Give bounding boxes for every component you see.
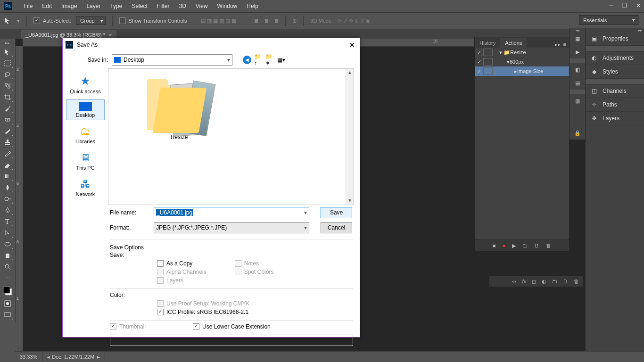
lasso-tool[interactable] [1, 69, 14, 80]
new-action-icon[interactable]: 🗋 [534, 243, 539, 248]
save-button[interactable]: Save [321, 207, 352, 218]
hand-tool[interactable] [1, 250, 14, 261]
record-icon[interactable]: ● [503, 243, 506, 248]
folder-resize[interactable]: Resize [132, 77, 226, 140]
type-tool[interactable]: T [1, 216, 14, 227]
nav-back-icon[interactable]: ◄ [243, 56, 251, 64]
filename-input[interactable]: _U6A0001.jpg▾ [154, 207, 309, 218]
dialog-close-icon[interactable]: ✕ [344, 39, 360, 51]
actions-play-icon[interactable]: ▶ [570, 45, 586, 58]
align-icons[interactable]: ▤ ▥ ▦ ▧ ▨ ▩ [201, 18, 236, 24]
history-brush-tool[interactable] [1, 148, 14, 159]
as-copy-checkbox[interactable]: As a Copy [157, 260, 206, 267]
auto-select-target-dropdown[interactable]: Group ▾ [76, 16, 106, 25]
gradient-tool[interactable] [1, 171, 14, 181]
fx-icon[interactable]: fx [522, 279, 526, 284]
screenmode-icon[interactable] [1, 310, 14, 320]
window-close-icon[interactable]: ✕ [636, 2, 641, 9]
place-quick-access[interactable]: ★Quick access [66, 72, 105, 97]
panel-collapse-icon[interactable]: ▸▸ [555, 41, 561, 48]
stamp-tool[interactable] [1, 137, 14, 148]
mask-icon[interactable]: ◻ [532, 279, 536, 285]
action-step-row[interactable]: ✓▸ Image Size [475, 66, 569, 76]
swatches-panel-icon[interactable]: ▤ [570, 76, 586, 90]
shape-tool[interactable] [1, 239, 14, 249]
tab-close-icon[interactable]: × [109, 32, 112, 38]
menu-select[interactable]: Select [127, 3, 152, 9]
dialog-titlebar[interactable]: Ps Save As ✕ [63, 38, 360, 51]
nav-views-icon[interactable]: ▦▾ [277, 56, 285, 64]
layers-panel[interactable]: ❖Layers [586, 112, 644, 125]
menu-window[interactable]: Window [213, 3, 242, 9]
healing-tool[interactable] [1, 115, 14, 125]
quick-select-tool[interactable] [1, 81, 14, 91]
crop-tool[interactable] [1, 92, 14, 102]
cancel-button[interactable]: Cancel [321, 222, 352, 233]
auto-select-checkbox[interactable]: ✓Auto-Select: [33, 17, 71, 24]
styles-panel[interactable]: ◆Styles [586, 65, 644, 79]
file-scrollbar[interactable]: ▴▾ [346, 69, 354, 205]
zoom-readout[interactable]: 33.33% [15, 352, 42, 362]
tab-actions[interactable]: Actions [500, 38, 527, 48]
adjustments-panel[interactable]: ◐Adjustments [586, 51, 644, 65]
3d-mode-icons[interactable]: ⟳ ⤢ ✥ ⊕ ⚲ ▣ [338, 18, 370, 24]
adjustment-icon[interactable]: ◐ [542, 279, 546, 285]
eraser-tool[interactable] [1, 160, 14, 170]
toolbox-collapse-icon[interactable]: ▸▸ [5, 41, 10, 45]
properties-panel[interactable]: ▣Properties [586, 32, 644, 46]
workspace-dropdown[interactable]: Essentials▾ [579, 15, 639, 25]
lowercase-checkbox[interactable]: ✓Use Lower Case Extension [193, 323, 271, 330]
group-icon[interactable]: 🗀 [552, 279, 557, 284]
show-transform-checkbox[interactable]: Show Transform Controls [119, 17, 187, 24]
action-row[interactable]: ✓▾ 800px [475, 57, 569, 66]
layer-lock-icon[interactable]: 🔒 [570, 126, 586, 140]
link-icon[interactable]: ⇔ [512, 279, 516, 285]
libraries-panel-icon[interactable]: ▥ [570, 94, 586, 107]
action-set-row[interactable]: ✓▾ 📁 Resize [475, 48, 569, 57]
place-libraries[interactable]: 🗂Libraries [66, 123, 105, 147]
color-swatches[interactable] [1, 284, 14, 297]
paths-panel[interactable]: ✧Paths [586, 98, 644, 112]
menu-view[interactable]: View [191, 3, 213, 9]
nav-up-icon[interactable]: 📁↑ [254, 56, 263, 64]
menu-filter[interactable]: Filter [152, 3, 174, 9]
tab-history[interactable]: History [475, 38, 500, 48]
file-browser[interactable]: Resize ▴▾ [108, 68, 354, 205]
move-tool[interactable] [1, 47, 14, 57]
zoom-tool[interactable] [1, 262, 14, 272]
menu-file[interactable]: File [19, 3, 37, 9]
channels-panel[interactable]: ◫Channels [586, 84, 644, 98]
actions-list[interactable]: ✓▾ 📁 Resize ✓▾ 800px ✓▸ Image Size [475, 48, 569, 239]
auto-align-icon[interactable]: ⊞ [292, 18, 297, 24]
place-network[interactable]: 🖧Network [66, 176, 105, 199]
edit-toolbar-icon[interactable]: ⋯ [1, 273, 14, 283]
savein-dropdown[interactable]: Desktop▾ [112, 54, 232, 66]
delete-icon[interactable]: 🗑 [546, 243, 551, 248]
play-icon[interactable]: ▶ [512, 243, 516, 249]
nav-newfolder-icon[interactable]: 📁✶ [265, 56, 274, 64]
window-minimize-icon[interactable]: ─ [609, 2, 613, 9]
panel-menu-icon[interactable]: ≡ [563, 41, 566, 48]
place-this-pc[interactable]: 🖥This PC [66, 149, 105, 173]
dodge-tool[interactable] [1, 194, 14, 204]
quickmask-icon[interactable] [1, 298, 14, 309]
menu-edit[interactable]: Edit [37, 3, 57, 9]
doc-size-readout[interactable]: ◂Doc: 1.22M/1.22M▸ [42, 352, 105, 362]
stop-icon[interactable]: ■ [493, 243, 496, 248]
new-layer-icon[interactable]: 🗋 [563, 279, 568, 284]
marquee-tool[interactable] [1, 58, 14, 68]
menu-3d[interactable]: 3D [174, 3, 190, 9]
new-set-icon[interactable]: 🗀 [522, 243, 528, 248]
menu-image[interactable]: Image [57, 3, 82, 9]
icc-checkbox[interactable]: ✓ICC Profile: sRGB IEC61966-2.1 [157, 309, 360, 315]
trash-icon[interactable]: 🗑 [574, 279, 579, 284]
menu-help[interactable]: Help [242, 3, 263, 9]
path-select-tool[interactable] [1, 228, 14, 238]
menu-layer[interactable]: Layer [82, 3, 105, 9]
blur-tool[interactable] [1, 182, 14, 193]
eyedropper-tool[interactable] [1, 103, 14, 114]
history-panel-icon[interactable]: ▦ [570, 32, 586, 45]
pen-tool[interactable] [1, 205, 14, 215]
color-panel-icon[interactable]: ◧ [570, 63, 586, 76]
place-desktop[interactable]: Desktop [66, 99, 105, 120]
